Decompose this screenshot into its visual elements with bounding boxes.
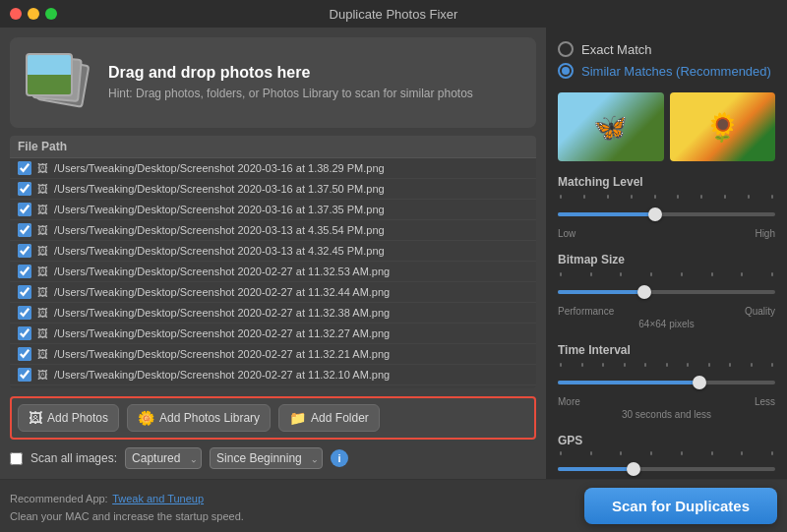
file-path-text: /Users/Tweaking/Desktop/Screenshot 2020-…: [54, 245, 385, 257]
action-buttons-container: 🖼 Add Photos 🌼 Add Photos Library 📁 Add …: [10, 396, 536, 440]
time-interval-section: Time Interval More Less: [558, 343, 775, 420]
file-path-text: /Users/Tweaking/Desktop/Screenshot 2020-…: [54, 307, 390, 319]
dot: [748, 195, 750, 199]
time-center-label: 30 seconds and less: [558, 409, 775, 420]
dot: [741, 451, 743, 455]
dot: [729, 363, 731, 367]
file-item[interactable]: 🖼/Users/Tweaking/Desktop/Screenshot 2020…: [10, 158, 536, 179]
dot: [711, 451, 713, 455]
file-checkbox[interactable]: [18, 244, 31, 258]
bitmap-size-track[interactable]: [558, 290, 775, 294]
dot: [771, 272, 773, 276]
file-item[interactable]: 🖼/Users/Tweaking/Desktop/Screenshot 2020…: [10, 220, 536, 241]
matching-level-thumb[interactable]: [648, 207, 662, 221]
file-path-text: /Users/Tweaking/Desktop/Screenshot 2020-…: [54, 369, 390, 381]
file-icon: 🖼: [37, 204, 48, 215]
file-list-container: File Path 🖼/Users/Tweaking/Desktop/Scree…: [10, 136, 536, 388]
dot: [708, 363, 710, 367]
gps-thumb[interactable]: [627, 462, 640, 476]
bitmap-size-fill: [558, 290, 644, 294]
dot: [590, 451, 592, 455]
since-beginning-select-wrapper: Since Beginning Last Week Last Month Las…: [210, 447, 323, 469]
file-checkbox[interactable]: [18, 347, 31, 361]
add-photos-library-button[interactable]: 🌼 Add Photos Library: [127, 404, 271, 432]
file-icon: 🖼: [37, 369, 48, 381]
maximize-button[interactable]: [45, 8, 57, 20]
file-icon: 🖼: [37, 307, 48, 319]
minimize-button[interactable]: [28, 8, 39, 20]
time-less-label: Less: [755, 396, 775, 407]
file-item[interactable]: 🖼/Users/Tweaking/Desktop/Screenshot 2020…: [10, 385, 536, 388]
similar-match-radio-fill: [562, 67, 570, 75]
file-checkbox[interactable]: [18, 306, 31, 320]
similar-match-option[interactable]: Similar Matches (Recommended): [558, 63, 775, 79]
dot: [666, 363, 668, 367]
matching-level-track[interactable]: [558, 212, 775, 216]
file-icon: 🖼: [37, 245, 48, 257]
gps-track[interactable]: [558, 467, 775, 471]
file-item[interactable]: 🖼/Users/Tweaking/Desktop/Screenshot 2020…: [10, 179, 536, 200]
dot: [771, 363, 773, 367]
scan-for-duplicates-button[interactable]: Scan for Duplicates: [584, 488, 777, 524]
file-item[interactable]: 🖼/Users/Tweaking/Desktop/Screenshot 2020…: [10, 241, 536, 262]
matching-level-labels: Low High: [558, 228, 775, 239]
file-path-text: /Users/Tweaking/Desktop/Screenshot 2020-…: [54, 286, 390, 298]
time-interval-label: Time Interval: [558, 343, 775, 357]
dot: [724, 195, 726, 199]
file-checkbox[interactable]: [18, 203, 31, 216]
time-interval-track[interactable]: [558, 381, 775, 384]
close-button[interactable]: [10, 8, 22, 20]
preview-images: 🦋 🌻: [558, 92, 775, 161]
file-item[interactable]: 🖼/Users/Tweaking/Desktop/Screenshot 2020…: [10, 365, 536, 385]
file-path-column-label: File Path: [18, 140, 67, 153]
bitmap-size-labels: Performance Quality: [558, 306, 775, 317]
bitmap-size-thumb[interactable]: [637, 285, 651, 299]
file-item[interactable]: 🖼/Users/Tweaking/Desktop/Screenshot 2020…: [10, 262, 536, 282]
file-checkbox[interactable]: [18, 161, 31, 175]
drop-zone[interactable]: Drag and drop photos here Hint: Drag pho…: [10, 37, 536, 128]
dot: [620, 451, 622, 455]
main-content: Drag and drop photos here Hint: Drag pho…: [0, 28, 787, 479]
file-checkbox[interactable]: [18, 285, 31, 299]
file-item[interactable]: 🖼/Users/Tweaking/Desktop/Screenshot 2020…: [10, 324, 536, 344]
recommended-link[interactable]: Tweak and Tuneup: [112, 493, 204, 504]
file-checkbox[interactable]: [18, 265, 31, 278]
file-checkbox[interactable]: [18, 326, 31, 340]
file-path-text: /Users/Tweaking/Desktop/Screenshot 2020-…: [54, 266, 390, 277]
gps-section: GPS Less More 5 meters: [558, 434, 775, 479]
add-folder-label: Add Folder: [311, 411, 369, 425]
file-item[interactable]: 🖼/Users/Tweaking/Desktop/Screenshot 2020…: [10, 344, 536, 365]
exact-match-option[interactable]: Exact Match: [558, 41, 775, 57]
dot: [771, 195, 773, 199]
dot: [700, 195, 702, 199]
bitmap-center-label: 64×64 pixels: [558, 319, 775, 329]
add-folder-button[interactable]: 📁 Add Folder: [278, 404, 380, 432]
file-list-scroll[interactable]: 🖼/Users/Tweaking/Desktop/Screenshot 2020…: [10, 158, 536, 388]
exact-match-radio[interactable]: [558, 41, 574, 57]
add-photos-label: Add Photos: [47, 411, 108, 425]
info-button[interactable]: i: [331, 449, 348, 467]
add-photos-button[interactable]: 🖼 Add Photos: [18, 404, 119, 432]
file-item[interactable]: 🖼/Users/Tweaking/Desktop/Screenshot 2020…: [10, 303, 536, 324]
file-icon: 🖼: [37, 266, 48, 277]
matching-high-label: High: [755, 228, 775, 239]
file-checkbox[interactable]: [18, 368, 31, 382]
file-path-text: /Users/Tweaking/Desktop/Screenshot 2020-…: [54, 327, 390, 339]
dot: [644, 363, 646, 367]
file-item[interactable]: 🖼/Users/Tweaking/Desktop/Screenshot 2020…: [10, 200, 536, 220]
scan-all-checkbox[interactable]: [10, 452, 23, 465]
file-checkbox[interactable]: [18, 223, 31, 237]
file-item[interactable]: 🖼/Users/Tweaking/Desktop/Screenshot 2020…: [10, 282, 536, 303]
preview-sunflower-image: 🌻: [670, 92, 776, 161]
similar-match-label: Similar Matches (Recommended): [581, 64, 771, 79]
dot: [687, 363, 689, 367]
time-interval-thumb[interactable]: [693, 376, 706, 389]
captured-select[interactable]: Captured All: [125, 447, 202, 469]
similar-match-radio[interactable]: [558, 63, 574, 79]
file-checkbox[interactable]: [18, 182, 31, 196]
since-beginning-select[interactable]: Since Beginning Last Week Last Month Las…: [210, 447, 323, 469]
file-path-text: /Users/Tweaking/Desktop/Screenshot 2020-…: [54, 204, 385, 215]
scan-all-label: Scan all images:: [30, 451, 117, 465]
bitmap-size-dots: [558, 272, 775, 276]
dot: [650, 451, 652, 455]
